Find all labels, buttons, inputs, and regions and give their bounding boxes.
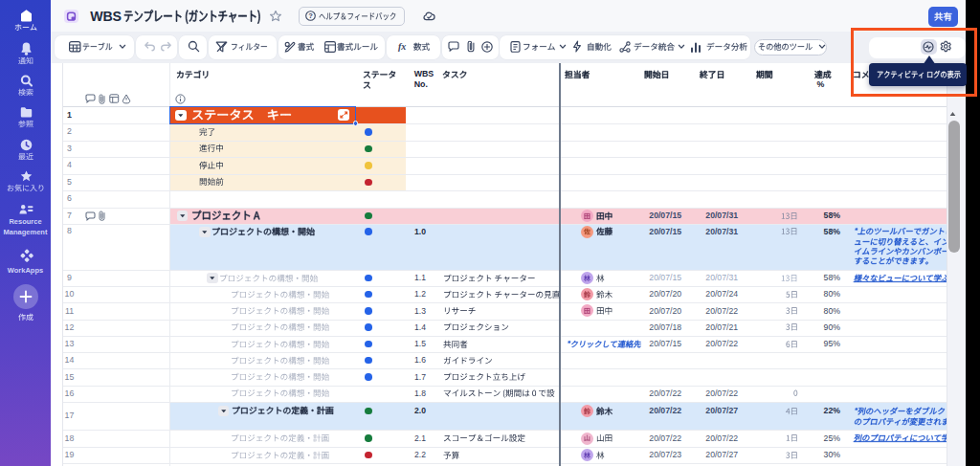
svg-text:?: ?	[308, 11, 313, 20]
